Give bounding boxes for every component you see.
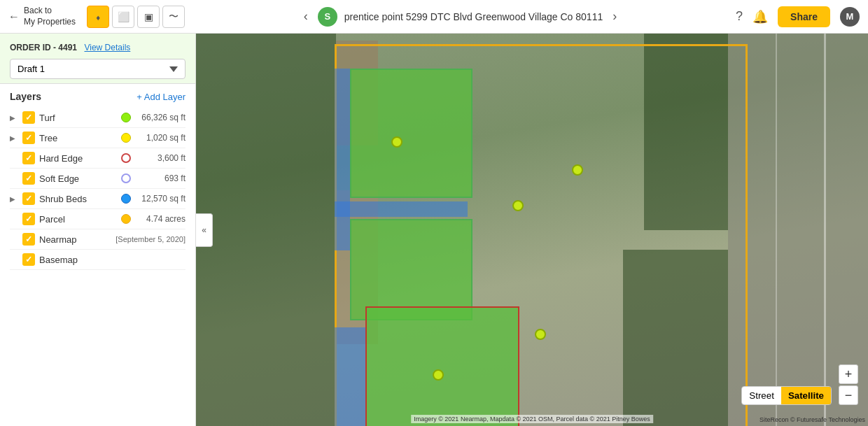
softedge-value: 693 ft [136,173,186,183]
shrub-layer-name[interactable]: Shrub Beds [39,194,115,204]
street-view-button[interactable]: Street [742,387,781,404]
layers-section: Layers + Add Layer ▶ ✓ Turf 66,326 sq ft… [0,84,195,426]
image-tool-button[interactable]: ▣ [137,6,160,28]
map-marker-4[interactable] [535,329,546,340]
map-controls: + − [839,364,858,405]
trees-left [196,34,336,426]
siterecon-attribution: SiteRecon © Futuresafe Technologies [760,416,865,423]
notifications-icon[interactable]: 🔔 [752,9,768,24]
layers-header: Layers + Add Layer [10,91,186,102]
basemap-checkbox[interactable]: ✓ [22,253,35,266]
road-line-1 [824,34,826,426]
map-container[interactable]: « Street Satellite + − Imagery © 2021 Ne… [196,34,868,426]
back-arrow-icon: ← [8,10,20,23]
shrub-value: 12,570 sq ft [136,194,186,204]
hardedge-layer-name[interactable]: Hard Edge [39,153,115,164]
order-id: ORDER ID - 4491 [10,43,77,52]
share-button[interactable]: Share [778,6,830,27]
map-marker-2[interactable] [512,200,524,211]
property-name: prentice point 5299 DTC Blvd Greenwood V… [344,11,603,22]
back-label: Back toMy Properties [24,6,76,27]
map-marker-5[interactable] [433,369,444,381]
layer-row: ▶ ✓ Tree 1,020 sq ft [10,128,186,148]
add-layer-button[interactable]: + Add Layer [136,92,186,102]
layer-row: ✓ Nearmap [September 5, 2020] [10,229,186,250]
softedge-layer-name[interactable]: Soft Edge [39,173,115,184]
nav-center: ‹ S prentice point 5299 DTC Blvd Greenwo… [190,6,730,27]
nearmap-date: [September 5, 2020] [115,235,186,243]
toolbar: ⬧ ⬜ ▣ 〜 [87,6,185,28]
softedge-color-indicator [121,173,131,183]
sidebar: ORDER ID - 4491 View Details Draft 1 Lay… [0,34,196,426]
hardedge-value: 3,600 ft [136,153,186,163]
cursor-tool-button[interactable]: ⬧ [87,6,109,28]
building-area-2 [336,41,378,145]
order-header: ORDER ID - 4491 View Details Draft 1 [0,34,195,84]
tree-checkbox[interactable]: ✓ [22,132,35,144]
road-line-2 [776,34,777,426]
turf-checkbox[interactable]: ✓ [22,111,35,124]
hardedge-color-indicator [121,153,131,163]
layer-row: ✓ Hard Edge 3,600 ft [10,148,186,169]
map-marker-3[interactable] [572,164,583,176]
turf-value: 66,326 sq ft [136,113,186,122]
parcel-layer-name[interactable]: Parcel [39,214,115,225]
trees-right-top [644,34,728,230]
nav-right: ? 🔔 Share M [736,6,860,27]
trees-right-bottom [623,250,728,426]
property-logo: S [318,7,337,27]
layer-row: ✓ Soft Edge 693 ft [10,169,186,189]
map-marker-1[interactable] [391,136,402,148]
zoom-in-button[interactable]: + [839,364,858,384]
parcel-color-indicator [121,214,131,224]
layers-title: Layers [10,91,41,102]
building-area [336,190,378,344]
top-nav: ← Back toMy Properties ⬧ ⬜ ▣ 〜 ‹ S prent… [0,0,868,34]
softedge-checkbox[interactable]: ✓ [22,172,35,185]
basemap-layer-name[interactable]: Basemap [39,255,186,265]
nearmap-checkbox[interactable]: ✓ [22,233,35,246]
tree-color-indicator [121,133,131,143]
turf-layer-name[interactable]: Turf [39,113,115,123]
turf-color-indicator [121,113,131,122]
shrub-checkbox[interactable]: ✓ [22,192,35,205]
layer-row: ▶ ✓ Turf 66,326 sq ft [10,108,186,128]
parcel-value: 4.74 acres [136,214,186,224]
satellite-view-button[interactable]: Satellite [781,387,831,404]
view-details-link[interactable]: View Details [84,43,130,52]
map-type-toggle: Street Satellite [741,386,832,405]
zoom-out-button[interactable]: − [839,385,858,405]
tree-layer-name[interactable]: Tree [39,133,115,143]
tree-value: 1,020 sq ft [136,133,186,143]
nearmap-layer-name[interactable]: Nearmap [39,234,113,245]
expand-shrub-button[interactable]: ▶ [10,195,18,203]
parcel-checkbox[interactable]: ✓ [22,213,35,225]
help-icon[interactable]: ? [736,9,743,24]
layer-row: ✓ Basemap [10,250,186,270]
user-avatar[interactable]: M [840,7,860,27]
hardedge-checkbox[interactable]: ✓ [22,152,35,164]
layer-row: ✓ Parcel 4.74 acres [10,209,186,229]
layer-row: ▶ ✓ Shrub Beds 12,570 sq ft [10,189,186,209]
expand-turf-button[interactable]: ▶ [10,114,18,122]
main-content: ORDER ID - 4491 View Details Draft 1 Lay… [0,34,868,426]
collapse-sidebar-button[interactable]: « [196,213,213,247]
map-attribution: Imagery © 2021 Nearmap, Mapdata © 2021 O… [411,415,653,423]
shrub-color-indicator [121,194,131,204]
back-button[interactable]: ← Back toMy Properties [8,6,78,27]
expand-tree-button[interactable]: ▶ [10,134,18,142]
measure-tool-button[interactable]: 〜 [162,6,185,28]
draft-selector[interactable]: Draft 1 [10,59,186,79]
shape-tool-button[interactable]: ⬜ [112,6,134,28]
next-property-button[interactable]: › [610,6,620,27]
prev-property-button[interactable]: ‹ [301,6,311,27]
